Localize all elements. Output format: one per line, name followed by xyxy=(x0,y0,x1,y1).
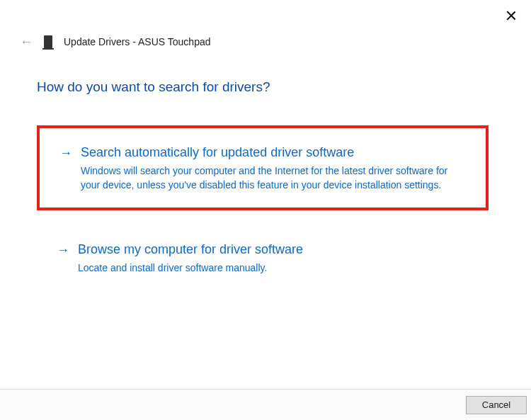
cancel-button[interactable]: Cancel xyxy=(466,396,527,414)
option-search-automatically[interactable]: → Search automatically for updated drive… xyxy=(37,125,489,210)
option-title: Browse my computer for driver software xyxy=(78,241,474,258)
arrow-right-icon: → xyxy=(57,242,69,259)
close-icon[interactable] xyxy=(506,10,517,21)
window-title: Update Drivers - ASUS Touchpad xyxy=(64,36,211,47)
cancel-label: Cancel xyxy=(482,399,510,410)
option-title: Search automatically for updated driver … xyxy=(81,144,472,161)
header: ← Update Drivers - ASUS Touchpad xyxy=(20,35,211,48)
option-description: Locate and install driver software manua… xyxy=(78,261,460,275)
device-icon xyxy=(44,35,52,48)
back-arrow-icon[interactable]: ← xyxy=(20,35,33,48)
option-description: Windows will search your computer and th… xyxy=(81,164,463,192)
footer: Cancel xyxy=(0,389,531,420)
page-heading: How do you want to search for drivers? xyxy=(37,79,270,95)
arrow-right-icon: → xyxy=(59,144,72,161)
option-browse-computer[interactable]: → Browse my computer for driver software… xyxy=(37,225,489,290)
